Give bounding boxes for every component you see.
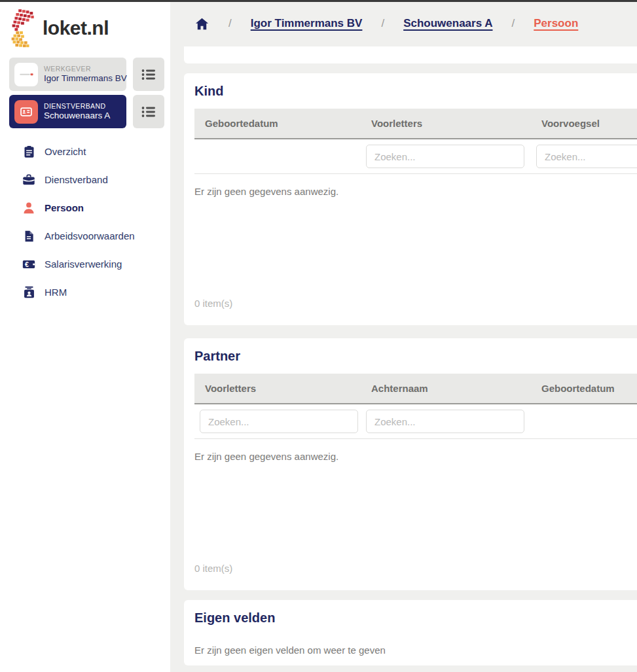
werkgever-name: Igor Timmermans BV — [44, 73, 126, 84]
sidebar: loket.nl WERKGEVER Igor Timmermans BV — [0, 2, 170, 672]
sidebar-item-hrm[interactable]: HRM — [0, 278, 170, 306]
breadcrumb-separator: / — [381, 17, 384, 30]
werkgever-context-card[interactable]: WERKGEVER Igor Timmermans BV — [9, 58, 126, 91]
sidebar-item-salarisverwerking[interactable]: € Salarisverwerking — [0, 250, 170, 278]
id-badge-icon — [22, 285, 36, 300]
briefcase-icon — [22, 173, 36, 187]
kind-filter-row — [194, 139, 637, 174]
sidebar-item-arbeidsvoorwaarden[interactable]: Arbeidsvoorwaarden — [0, 222, 170, 250]
column-header-achternaam: Achternaam — [361, 383, 531, 394]
column-header-voorvoegsel: Voorvoegsel — [531, 118, 637, 129]
column-header-geboortedatum: Geboortedatum — [194, 118, 361, 129]
breadcrumb-link-werkgever[interactable]: Igor Timmermans BV — [251, 17, 363, 30]
brand-logo[interactable]: loket.nl — [7, 9, 109, 48]
top-accent-bar — [0, 0, 637, 2]
dienstverband-label: DIENSTVERBAND — [44, 102, 110, 111]
dienstverband-id-card-icon — [14, 100, 38, 124]
loket-logo-icon — [7, 9, 37, 48]
partner-table-header: Voorletters Achternaam Geboortedatum — [194, 374, 637, 404]
sidebar-item-label: Persoon — [45, 202, 84, 213]
section-title-eigen-velden: Eigen velden — [194, 609, 637, 626]
sidebar-item-label: Dienstverband — [45, 174, 108, 185]
clipboard-icon — [22, 145, 36, 159]
breadcrumb: / Igor Timmermans BV / Schouwenaars A / … — [170, 2, 637, 45]
home-icon — [194, 16, 209, 31]
document-icon — [22, 229, 36, 243]
kind-voorvoegsel-search-input[interactable] — [536, 145, 637, 168]
breadcrumb-link-persoon[interactable]: Persoon — [534, 17, 578, 30]
svg-text:€: € — [25, 260, 29, 268]
section-title-kind: Kind — [194, 82, 637, 99]
column-header-geboortedatum: Geboortedatum — [531, 383, 637, 394]
list-icon — [141, 104, 156, 120]
column-header-voorletters: Voorletters — [361, 118, 531, 129]
werkgever-menu-button[interactable] — [133, 58, 164, 91]
werkgever-label: WERKGEVER — [44, 65, 126, 73]
sidebar-item-persoon[interactable]: Persoon — [0, 194, 170, 222]
dienstverband-name: Schouwenaars A — [44, 111, 110, 122]
kind-empty-message: Er zijn geen gegevens aanwezig. — [194, 186, 637, 197]
breadcrumb-home-link[interactable] — [194, 16, 209, 31]
sidebar-item-dienstverband[interactable]: Dienstverband — [0, 166, 170, 194]
breadcrumb-link-dienstverband[interactable]: Schouwenaars A — [403, 17, 492, 30]
werkgever-icon — [14, 63, 38, 86]
partner-section-card: Partner Voorletters Achternaam Geboorted… — [184, 338, 637, 590]
section-title-partner: Partner — [194, 347, 637, 364]
breadcrumb-separator: / — [228, 17, 232, 30]
partner-achternaam-search-input[interactable] — [366, 410, 524, 433]
partner-filter-row — [194, 404, 637, 439]
kind-section-card: Kind Geboortedatum Voorletters Voorvoegs… — [184, 73, 637, 325]
scrolled-card-edge — [184, 46, 637, 63]
main-content: / Igor Timmermans BV / Schouwenaars A / … — [170, 2, 637, 672]
breadcrumb-separator: / — [512, 17, 515, 30]
sidebar-item-label: HRM — [45, 287, 67, 298]
dienstverband-context-card[interactable]: DIENSTVERBAND Schouwenaars A — [9, 95, 126, 128]
kind-table-header: Geboortedatum Voorletters Voorvoegsel — [194, 109, 637, 139]
sidebar-item-label: Salarisverwerking — [45, 258, 122, 270]
brand-name: loket.nl — [43, 17, 109, 39]
sidebar-item-label: Arbeidsvoorwaarden — [45, 230, 135, 241]
kind-voorletters-search-input[interactable] — [366, 145, 524, 168]
person-icon — [22, 201, 36, 215]
partner-voorletters-search-input[interactable] — [200, 410, 358, 433]
eigen-velden-empty-message: Er zijn geen eigen velden om weer te gev… — [194, 645, 637, 656]
sidebar-item-label: Overzicht — [45, 146, 86, 157]
eigen-velden-section-card: Eigen velden Er zijn geen eigen velden o… — [184, 600, 637, 665]
partner-item-count: 0 item(s) — [194, 563, 637, 574]
sidebar-item-overzicht[interactable]: Overzicht — [0, 137, 170, 166]
partner-empty-message: Er zijn geen gegevens aanwezig. — [194, 451, 637, 462]
column-header-voorletters: Voorletters — [194, 383, 361, 394]
list-icon — [141, 67, 156, 82]
dienstverband-menu-button[interactable] — [133, 95, 164, 128]
sidebar-menu: Overzicht Dienstverband Persoon — [0, 137, 170, 306]
kind-item-count: 0 item(s) — [194, 298, 637, 309]
euro-banknote-icon: € — [22, 257, 36, 272]
